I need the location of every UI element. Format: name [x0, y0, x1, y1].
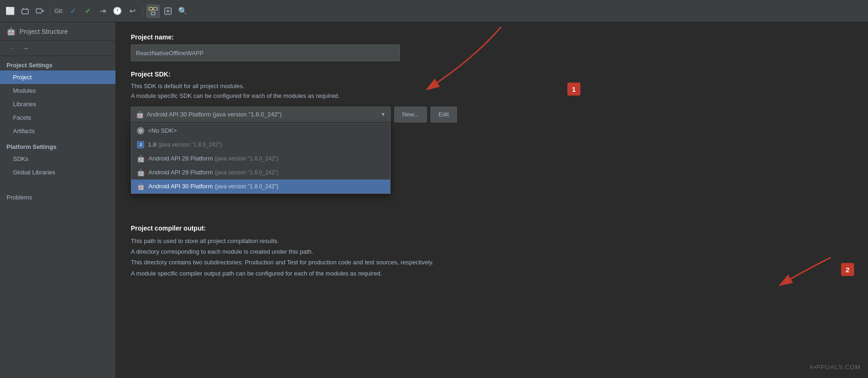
- sidebar-nav: ← →: [0, 41, 116, 56]
- compiler-desc-4: A module specific compiler output path c…: [131, 270, 382, 277]
- sdk-dropdown-left: 🤖 Android API 30 Platform (java version …: [136, 111, 282, 118]
- sdk-edit-button[interactable]: Edit: [431, 107, 457, 122]
- git-revert-icon[interactable]: ↩: [126, 5, 139, 18]
- platform-settings-section: Platform Settings: [0, 138, 116, 152]
- sdk-selected-text: Android API 30 Platform (java version "1…: [147, 111, 282, 118]
- compiler-description: This path is used to store all project c…: [131, 236, 853, 279]
- android29-main: Android API 29 Platform: [148, 169, 213, 176]
- sdk-chevron-icon: ▼: [381, 112, 386, 117]
- sdk-new-button[interactable]: New...: [394, 107, 427, 122]
- sidebar-item-artifacts[interactable]: Artifacts: [0, 124, 116, 138]
- compiler-output-label: Project compiler output:: [131, 224, 853, 232]
- project-structure-icon[interactable]: [147, 5, 160, 18]
- dropdown-item-java18-text: 1.8 (java version "1.8.0_242"): [148, 141, 222, 148]
- sidebar-item-modules-label: Modules: [13, 87, 36, 94]
- dropdown-item-android30[interactable]: 🤖 Android API 30 Platform (java version …: [131, 179, 390, 193]
- sdk-dropdown[interactable]: 🤖 Android API 30 Platform (java version …: [131, 107, 391, 122]
- sidebar-item-facets-label: Facets: [13, 114, 31, 121]
- dropdown-item-android29[interactable]: 🤖 Android API 29 Platform (java version …: [131, 166, 390, 179]
- svg-rect-3: [36, 9, 42, 13]
- project-settings-section: Project Settings: [0, 56, 116, 70]
- separator-2: [142, 6, 143, 17]
- android-device-icon[interactable]: [19, 5, 32, 18]
- gradle-icon[interactable]: [161, 5, 174, 18]
- no-sdk-icon: ⊘: [137, 127, 144, 135]
- android30-icon: 🤖: [137, 183, 145, 190]
- project-name-input[interactable]: [131, 45, 400, 61]
- window-icon[interactable]: ⬜: [4, 5, 17, 18]
- android28-main: Android API 28 Platform: [148, 155, 213, 162]
- sdk-dropdown-popup: ⊘ <No SDK> J 1.8 (java version "1.8.0_24…: [131, 123, 391, 194]
- sidebar-item-project[interactable]: Project: [0, 70, 116, 84]
- sidebar-item-artifacts-label: Artifacts: [13, 128, 35, 135]
- android30-sub: (java version "1.8.0_242"): [215, 183, 278, 190]
- sidebar-item-libraries-label: Libraries: [13, 101, 36, 108]
- svg-rect-6: [154, 7, 157, 10]
- android30-main: Android API 30 Platform: [148, 183, 213, 190]
- git-cherry-pick-icon[interactable]: ⇥: [96, 5, 109, 18]
- svg-rect-5: [149, 7, 153, 10]
- project-name-label: Project name:: [131, 33, 853, 41]
- sidebar: 🤖 Project Structure ← → Project Settings…: [0, 22, 116, 378]
- android-logo-icon: 🤖: [6, 27, 16, 36]
- java-icon: J: [137, 141, 144, 148]
- compiler-section: Project compiler output: This path is us…: [131, 224, 853, 279]
- dropdown-item-android28[interactable]: 🤖 Android API 28 Platform (java version …: [131, 152, 390, 166]
- sidebar-item-problems[interactable]: Problems: [0, 188, 116, 203]
- compiler-desc-1: This path is used to store all project c…: [131, 237, 279, 244]
- sdk-desc-line1: This SDK is default for all project modu…: [131, 83, 244, 90]
- sdk-row: 🤖 Android API 30 Platform (java version …: [131, 107, 853, 122]
- svg-line-1: [23, 8, 24, 9]
- nav-back-arrow[interactable]: ←: [6, 44, 17, 53]
- git-checkmark-icon[interactable]: ✓: [66, 5, 79, 18]
- sidebar-item-facets[interactable]: Facets: [0, 111, 116, 124]
- sdk-desc-line2: A module specific SDK can be configured …: [131, 92, 340, 99]
- android29-icon: 🤖: [137, 169, 145, 176]
- android28-sub: (java version "1.8.0_242"): [215, 155, 278, 162]
- sidebar-item-modules[interactable]: Modules: [0, 84, 116, 97]
- compiler-desc-2: A directory corresponding to each module…: [131, 248, 313, 255]
- main-layout: 🤖 Project Structure ← → Project Settings…: [0, 22, 868, 378]
- java18-sub: (java version "1.8.0_242"): [158, 141, 222, 148]
- content-area: Project name: 1 Project SDK: This SDK is…: [116, 22, 868, 378]
- sdk-description: This SDK is default for all project modu…: [131, 82, 853, 101]
- project-sdk-label: Project SDK:: [131, 70, 853, 78]
- watermark: A▪PPUALS.COM: [809, 364, 861, 371]
- svg-line-2: [26, 8, 27, 9]
- java18-main: 1.8: [148, 141, 156, 148]
- compiler-desc-3: This directory contains two subdirectori…: [131, 259, 434, 266]
- dropdown-item-no-sdk[interactable]: ⊘ <No SDK>: [131, 124, 390, 138]
- svg-rect-0: [22, 9, 28, 14]
- sidebar-item-problems-label: Problems: [6, 194, 32, 201]
- search-icon[interactable]: 🔍: [176, 5, 189, 18]
- sidebar-item-global-libraries[interactable]: Global Libraries: [0, 166, 116, 179]
- dropdown-item-android30-text: Android API 30 Platform (java version "1…: [148, 183, 278, 190]
- sidebar-item-global-libraries-label: Global Libraries: [13, 169, 55, 176]
- sidebar-item-sdks-label: SDKs: [13, 155, 28, 162]
- git-green-check-icon[interactable]: ✔: [81, 5, 94, 18]
- android28-icon: 🤖: [137, 155, 145, 162]
- dropdown-item-android28-text: Android API 28 Platform (java version "1…: [148, 155, 278, 162]
- separator-1: [50, 6, 51, 17]
- git-label: Git:: [54, 7, 64, 14]
- android-run-icon[interactable]: [33, 5, 46, 18]
- sdk-android-icon: 🤖: [136, 111, 144, 118]
- sidebar-header: 🤖 Project Structure: [0, 22, 116, 41]
- svg-rect-7: [151, 12, 155, 15]
- sidebar-item-libraries[interactable]: Libraries: [0, 97, 116, 111]
- sidebar-item-project-label: Project: [13, 74, 32, 81]
- sidebar-title: Project Structure: [19, 28, 68, 35]
- dropdown-item-java18[interactable]: J 1.8 (java version "1.8.0_242"): [131, 138, 390, 152]
- android29-sub: (java version "1.8.0_242"): [215, 169, 278, 176]
- sidebar-item-sdks[interactable]: SDKs: [0, 152, 116, 166]
- dropdown-item-android29-text: Android API 29 Platform (java version "1…: [148, 169, 278, 176]
- toolbar: ⬜ Git: ✓ ✔ ⇥ 🕐 ↩ 🔍: [0, 0, 868, 22]
- nav-forward-arrow[interactable]: →: [20, 44, 31, 53]
- dropdown-item-no-sdk-label: <No SDK>: [148, 127, 177, 134]
- git-history-icon[interactable]: 🕐: [111, 5, 124, 18]
- badge-2: 2: [841, 263, 854, 276]
- badge-1: 1: [567, 83, 580, 96]
